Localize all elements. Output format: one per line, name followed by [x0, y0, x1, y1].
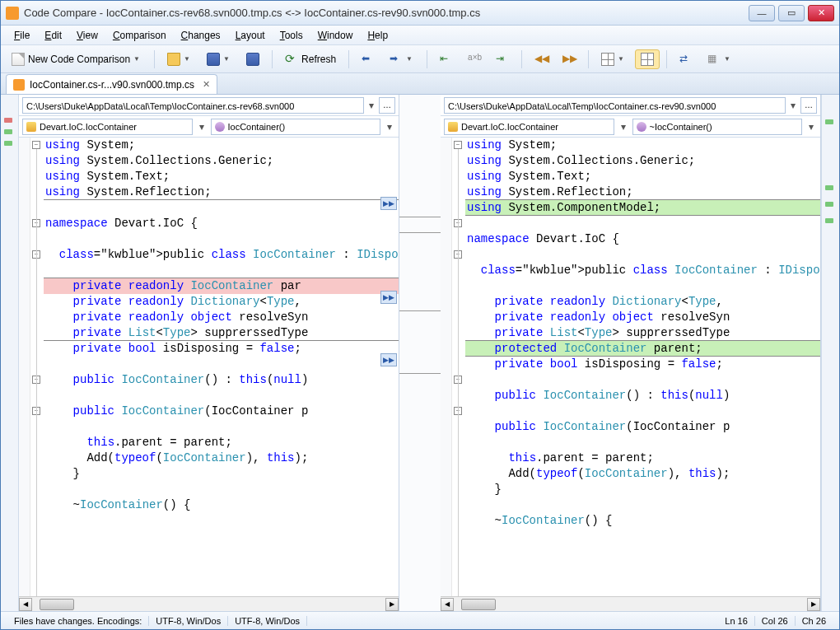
left-path-input[interactable]: C:\Users\Duke\AppData\Local\Temp\IocCont… — [22, 97, 364, 114]
tab-close-icon[interactable]: ✕ — [203, 79, 210, 90]
code-line[interactable]: Add(typeof(IocContainer), this); — [44, 450, 399, 466]
code-line[interactable] — [44, 388, 399, 404]
menu-changes[interactable]: Changes — [175, 28, 227, 43]
scroll-thumb[interactable] — [461, 599, 497, 610]
menu-edit[interactable]: Edit — [38, 28, 68, 43]
code-line[interactable]: private bool isDisposing = false; — [44, 341, 399, 357]
code-line[interactable]: this.parent = parent; — [44, 435, 399, 450]
right-class-nav[interactable]: Devart.IoC.IocContainer — [444, 119, 614, 135]
code-line[interactable]: namespace Devart.IoC { — [465, 231, 820, 247]
code-line[interactable]: using System.Collections.Generic; — [44, 153, 399, 169]
titlebar[interactable]: Code Compare - IocContainer.cs-rev68.svn… — [1, 1, 839, 26]
code-line[interactable]: private bool isDisposing = false; — [465, 357, 820, 372]
code-line[interactable] — [44, 419, 399, 435]
right-overview-gutter[interactable] — [821, 95, 839, 611]
scroll-left-icon[interactable]: ◀ — [19, 598, 32, 611]
options-button[interactable]: ▦▼ — [702, 49, 738, 69]
next-diff-button[interactable]: ➡▼ — [384, 49, 420, 69]
code-line[interactable] — [465, 247, 820, 263]
code-line[interactable]: this.parent = parent; — [465, 450, 820, 466]
close-button[interactable]: ✕ — [808, 5, 834, 21]
refresh-button[interactable]: ⟳ Refresh — [279, 49, 342, 69]
side-by-side-button[interactable] — [635, 49, 660, 69]
scroll-right-icon[interactable]: ▶ — [385, 598, 399, 611]
layout-button[interactable]: ▼ — [595, 49, 632, 69]
code-line[interactable]: using System.Reflection; — [44, 184, 399, 200]
code-line[interactable] — [44, 357, 399, 372]
scroll-thumb[interactable] — [40, 599, 75, 610]
right-editor[interactable]: −−−−− using System;using System.Collecti… — [441, 138, 820, 596]
code-line[interactable]: private readonly Dictionary<Type, — [44, 294, 399, 310]
code-line[interactable]: class="kwblue">public class IocContainer… — [44, 247, 399, 263]
prev-diff-button[interactable]: ⬅ — [356, 49, 380, 69]
merge-all-left-button[interactable]: ◀◀ — [529, 49, 553, 69]
code-line[interactable]: } — [465, 482, 820, 497]
word-diff-button[interactable]: a×b — [462, 49, 487, 69]
code-line[interactable]: public IocContainer() : this(null) — [465, 388, 820, 404]
code-line[interactable]: using System.ComponentModel; — [465, 200, 820, 216]
merge-right-button[interactable]: ▶▶ — [380, 353, 397, 366]
maximize-button[interactable]: ▭ — [778, 5, 805, 21]
menu-file[interactable]: File — [7, 28, 36, 43]
code-line[interactable] — [465, 497, 820, 513]
code-line[interactable]: public IocContainer(IocContainer p — [465, 419, 820, 435]
code-line[interactable]: private readonly Dictionary<Type, — [465, 294, 820, 310]
menu-comparison[interactable]: Comparison — [106, 28, 173, 43]
menu-view[interactable]: View — [70, 28, 105, 43]
code-line[interactable] — [465, 404, 820, 419]
chevron-down-icon[interactable]: ▾ — [366, 100, 377, 111]
open-button[interactable]: ▼ — [161, 49, 198, 69]
code-line[interactable] — [44, 263, 399, 278]
code-line[interactable]: protected IocContainer parent; — [465, 341, 820, 357]
code-line[interactable] — [465, 278, 820, 294]
tab-file[interactable]: IocContainer.cs-r...v90.svn000.tmp.cs ✕ — [6, 74, 217, 94]
code-line[interactable] — [465, 216, 820, 231]
scroll-left-icon[interactable]: ◀ — [441, 598, 454, 611]
chevron-down-icon[interactable]: ▾ — [787, 100, 799, 111]
code-line[interactable]: private readonly object resolveSyn — [465, 310, 820, 325]
scroll-right-icon[interactable]: ▶ — [807, 598, 820, 611]
left-member-nav[interactable]: IocContainer() — [211, 119, 381, 135]
code-line[interactable]: public IocContainer() : this(null) — [44, 372, 399, 388]
code-line[interactable]: namespace Devart.IoC { — [44, 216, 399, 231]
code-line[interactable]: ~IocContainer() { — [44, 497, 399, 513]
save-all-button[interactable] — [240, 49, 265, 69]
swap-button[interactable]: ⇄ — [674, 49, 698, 69]
copy-right-button[interactable]: ⇥ — [490, 49, 515, 69]
code-line[interactable]: using System; — [44, 138, 399, 153]
code-line[interactable]: Add(typeof(IocContainer), this); — [465, 466, 820, 482]
menu-tools[interactable]: Tools — [273, 28, 310, 43]
fold-toggle[interactable]: − — [32, 141, 40, 149]
left-editor[interactable]: −−−−− using System;using System.Collecti… — [19, 138, 399, 596]
new-comparison-button[interactable]: New Code Comparison ▼ — [6, 49, 147, 69]
code-line[interactable]: private readonly IocContainer par — [44, 278, 399, 294]
merge-all-right-button[interactable]: ▶▶ — [557, 49, 581, 69]
menu-help[interactable]: Help — [361, 28, 394, 43]
code-line[interactable]: ~IocContainer() { — [465, 513, 820, 529]
left-overview-gutter[interactable] — [1, 95, 19, 611]
code-line[interactable]: private List<Type> supprerssedType — [465, 325, 820, 341]
right-member-nav[interactable]: ~IocContainer() — [632, 119, 803, 135]
code-line[interactable]: using System; — [465, 138, 820, 153]
code-line[interactable]: private readonly object resolveSyn — [44, 310, 399, 325]
menu-layout[interactable]: Layout — [229, 28, 272, 43]
code-line[interactable] — [44, 482, 399, 497]
code-line[interactable]: using System.Text; — [465, 169, 820, 184]
code-line[interactable]: public IocContainer(IocContainer p — [44, 404, 399, 419]
code-line[interactable] — [44, 200, 399, 216]
left-browse-button[interactable]: … — [379, 97, 395, 114]
left-hscrollbar[interactable]: ◀ ▶ — [19, 596, 399, 611]
code-line[interactable] — [465, 372, 820, 388]
code-line[interactable]: private List<Type> supprerssedType — [44, 325, 399, 341]
minimize-button[interactable]: — — [749, 5, 775, 21]
code-line[interactable]: using System.Text; — [44, 169, 399, 184]
left-class-nav[interactable]: Devart.IoC.IocContainer — [22, 119, 193, 135]
code-line[interactable] — [44, 231, 399, 247]
right-hscrollbar[interactable]: ◀ ▶ — [441, 596, 820, 611]
merge-right-button[interactable]: ▶▶ — [380, 197, 397, 210]
menu-window[interactable]: Window — [311, 28, 360, 43]
save-button[interactable]: ▼ — [201, 49, 237, 69]
code-line[interactable]: using System.Collections.Generic; — [465, 153, 820, 169]
copy-left-button[interactable]: ⇤ — [434, 49, 459, 69]
right-path-input[interactable]: C:\Users\Duke\AppData\Local\Temp\IocCont… — [444, 97, 786, 114]
